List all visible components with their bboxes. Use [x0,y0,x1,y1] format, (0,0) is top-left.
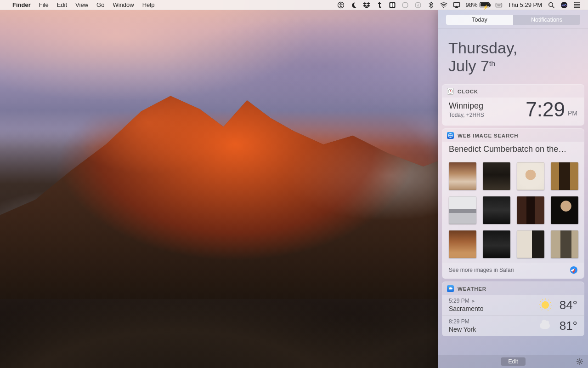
svg-point-13 [574,2,575,3]
safari-icon[interactable] [570,266,577,274]
wis-thumbnail[interactable] [449,196,476,224]
clock-time: 7:29 [526,99,565,120]
nc-footer: Edit [438,355,588,368]
menubar-item-go[interactable]: Go [92,0,108,10]
clock-icon [447,88,454,95]
battery-icon: ⚡ [480,2,490,7]
menu-extra-generic-circle-icon[interactable] [399,1,412,9]
weather-time: 5:29 PM [449,298,469,304]
weather-city: New York [449,326,476,333]
wis-thumbnail[interactable] [517,230,544,258]
wis-thumbnail[interactable] [483,230,510,258]
clock-ampm: PM [568,109,577,120]
menu-extra-dropbox-icon[interactable] [360,1,373,9]
battery-percent-label: 98% [466,0,478,10]
svg-point-15 [574,6,575,6]
menu-extra-tumblr-icon[interactable] [373,1,386,9]
globe-icon [447,132,454,139]
wis-thumbnail[interactable] [551,196,578,224]
widget-weather: WEATHER 5:29 PM➤ Sacramento 84° 8:29 PM … [442,282,584,336]
weather-icon [447,285,454,292]
nc-date: Thursday, July 7th [438,29,588,84]
nc-edit-button[interactable]: Edit [501,357,526,366]
widget-wis-title: WEB IMAGE SEARCH [458,133,518,138]
nc-tabs: Today Notifications [438,10,588,29]
svg-rect-3 [390,3,392,7]
tab-notifications[interactable]: Notifications [513,15,580,25]
svg-point-20 [579,361,581,362]
wis-thumbnail[interactable] [517,162,544,190]
weather-row[interactable]: 8:29 PM New York 81° [442,315,584,336]
menubar-item-help[interactable]: Help [138,0,159,10]
widget-weather-title: WEATHER [458,286,486,292]
wis-thumbnail[interactable] [449,230,476,258]
menu-extra-wifi-icon[interactable] [437,1,450,9]
location-arrow-icon: ➤ [471,299,475,304]
nc-date-monthday-text: July 7 [448,57,489,75]
menu-extra-accessibility-icon[interactable] [334,1,347,9]
menubar-item-view[interactable]: View [71,0,92,10]
menubar-item-window[interactable]: Window [108,0,138,10]
wis-thumbnail[interactable] [517,196,544,224]
nc-date-monthday: July 7th [448,57,578,75]
tab-today[interactable]: Today [446,15,513,25]
nc-date-weekday: Thursday, [448,39,578,57]
notification-center-panel: Today Notifications Thursday, July 7th C… [438,10,588,368]
menubar: Finder File Edit View Go Window Help d [0,0,588,10]
weather-temp: 84° [555,298,577,312]
widget-web-image-search: WEB IMAGE SEARCH Benedict Cumberbatch on… [442,128,584,279]
wis-query: Benedict Cumberbatch on the… [442,142,584,159]
widget-clock-title: CLOCK [458,89,478,94]
widget-clock: CLOCK Winnipeg Today, +2HRS 7:29 PM [442,84,584,126]
weather-row[interactable]: 5:29 PM➤ Sacramento 84° [442,295,584,315]
svg-rect-2 [389,2,395,8]
menu-extra-dnd-icon[interactable] [347,1,360,9]
svg-point-14 [574,4,575,5]
svg-point-16 [574,7,575,8]
svg-point-8 [443,6,444,7]
weather-city: Sacramento [449,305,483,312]
wis-more-link[interactable]: See more images in Safari [449,267,514,273]
menu-extra-keyboard-icon[interactable] [492,1,505,9]
weather-temp: 81° [555,319,577,333]
wis-thumbnail[interactable] [483,162,510,190]
menubar-right: d 98% ⚡ Thu 5:29 PM [334,0,583,10]
spotlight-icon[interactable] [545,1,558,9]
menubar-app-name[interactable]: Finder [8,0,35,10]
menubar-clock[interactable]: Thu 5:29 PM [505,0,545,10]
menu-extra-battery[interactable]: 98% ⚡ [463,0,492,10]
siri-icon[interactable] [558,1,571,9]
svg-point-1 [340,3,341,4]
wis-thumbnail[interactable] [551,230,578,258]
svg-point-5 [402,2,408,8]
menubar-item-edit[interactable]: Edit [53,0,71,10]
weather-time: 8:29 PM [449,318,476,325]
nc-date-ordinal: th [489,60,495,68]
menubar-left: Finder File Edit View Go Window Help [6,0,158,10]
wis-grid [442,159,584,263]
menu-extra-bluetooth-icon[interactable] [424,1,437,9]
wis-thumbnail[interactable] [449,162,476,190]
menu-extra-airplay-icon[interactable] [450,1,463,9]
clock-city: Winnipeg [449,101,484,111]
wis-thumbnail[interactable] [551,162,578,190]
svg-rect-4 [392,3,394,7]
gear-icon[interactable] [576,358,583,367]
cloud-icon [540,322,550,329]
sun-icon [541,300,550,310]
menubar-item-file[interactable]: File [35,0,53,10]
wis-thumbnail[interactable] [483,196,510,224]
notification-center-icon[interactable] [571,1,583,9]
svg-text:d: d [417,3,418,7]
clock-offset: Today, +2HRS [449,112,484,118]
menu-extra-app-square-icon[interactable] [386,1,399,9]
menu-extra-generic-letter-icon[interactable]: d [412,1,424,9]
